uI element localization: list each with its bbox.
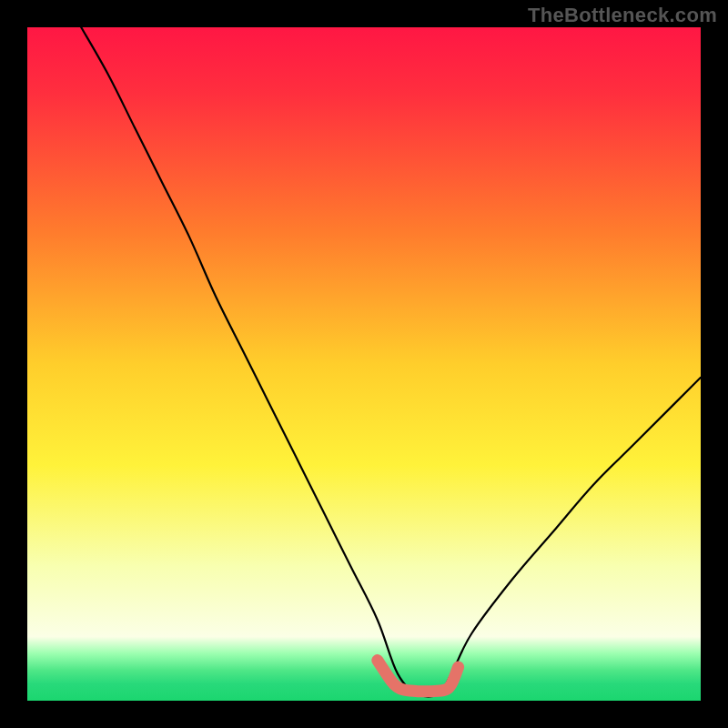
- bottleneck-curve: [81, 27, 701, 697]
- watermark-text: TheBottleneck.com: [528, 4, 717, 27]
- chart-frame: TheBottleneck.com: [0, 0, 728, 728]
- bottom-highlight: [378, 661, 459, 692]
- curve-layer: [27, 27, 701, 701]
- plot-area: [27, 27, 701, 701]
